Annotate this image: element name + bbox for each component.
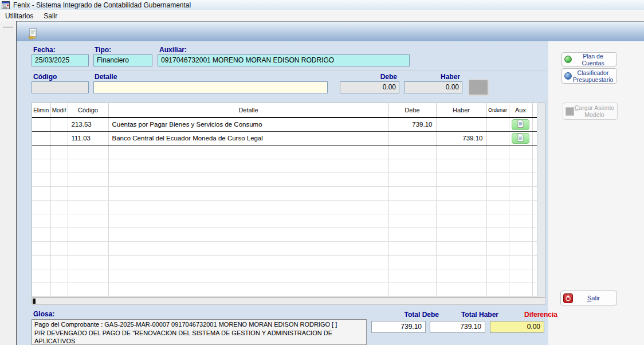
cell-haber	[436, 117, 486, 131]
voucher-tool-button[interactable]	[26, 28, 39, 41]
cell-modif[interactable]	[50, 117, 68, 131]
app-icon	[2, 1, 10, 9]
col-codigo: Código	[68, 103, 108, 117]
auxiliar-label: Auxiliar:	[159, 46, 187, 54]
gray-square-button[interactable]	[468, 79, 489, 96]
app-window: Fenix - Sistema Integrado de Contabilida…	[0, 0, 644, 345]
cell-codigo: 213.53	[68, 117, 108, 131]
cell-elimin[interactable]	[32, 117, 50, 131]
col-debe: Debe	[388, 103, 436, 117]
cell-detalle: Cuentas por Pagar Bienes y Servicios de …	[108, 117, 388, 131]
table-row-empty	[32, 269, 537, 283]
clasificador-presupuestario-button[interactable]: Clasificador Presupuestario	[561, 68, 617, 84]
diferencia-label: Diferencia	[490, 311, 557, 319]
table-row-empty	[32, 159, 537, 172]
menu-bar: Utilitarios Salir	[0, 11, 644, 21]
glosa-textarea[interactable]: Pago del Comprobante : GAS-2025-MAR-0000…	[32, 319, 367, 345]
total-haber-field: 739.10	[430, 321, 485, 333]
col-haber: Haber	[436, 103, 486, 117]
title-bar: Fenix - Sistema Integrado de Contabilida…	[0, 0, 644, 10]
diferencia-field: 0.00	[490, 321, 544, 333]
aux-button[interactable]	[512, 119, 529, 130]
table-row-empty	[32, 200, 537, 214]
entries-grid: Elimin Modif Código Detalle Debe Haber O…	[32, 103, 545, 297]
haber-field[interactable]: 0.00	[404, 81, 462, 93]
panel-grip[interactable]	[3, 26, 13, 28]
cell-codigo: 111.03	[68, 131, 108, 145]
gray-square-icon	[566, 107, 574, 116]
blue-sphere-icon	[564, 72, 572, 80]
total-haber-label: Total Haber	[430, 311, 498, 319]
tipo-label: Tipo:	[95, 46, 111, 54]
fecha-label: Fecha:	[33, 46, 56, 54]
table-row-empty	[32, 172, 537, 186]
codigo-label: Código	[33, 73, 57, 81]
table-row-empty	[32, 214, 537, 228]
cargar-asiento-modelo-button[interactable]: Cargar Asiento Modelo	[563, 103, 618, 120]
power-icon	[563, 293, 573, 303]
table-row-empty	[32, 186, 537, 200]
left-panel-strip	[0, 21, 17, 345]
detalle-label: Detalle	[95, 73, 117, 81]
main-panel: Fecha: Tipo: Auxiliar: 25/03/2025 Financ…	[17, 21, 644, 345]
table-row-empty	[32, 228, 537, 241]
cell-haber: 739.10	[436, 131, 486, 145]
auxiliar-field[interactable]: 0917046732001 MORENO MORAN EDISON RODRIG…	[158, 54, 410, 66]
green-sphere-icon	[564, 56, 572, 63]
cell-aux	[509, 131, 532, 145]
detalle-field[interactable]	[93, 81, 328, 93]
col-stub	[532, 103, 537, 117]
col-elimin: Elimin	[32, 103, 50, 117]
separator-line	[32, 70, 547, 71]
salir-button-label: Salir	[573, 295, 614, 301]
table-row-empty	[32, 283, 537, 296]
table-row-empty	[32, 241, 537, 255]
col-aux: Aux	[509, 103, 532, 117]
fecha-field[interactable]: 25/03/2025	[32, 54, 89, 66]
table-row-empty	[32, 255, 537, 269]
document-lines-icon	[517, 134, 524, 143]
salir-button[interactable]: Salir	[560, 291, 617, 305]
cell-debe: 739.10	[388, 117, 436, 131]
cell-elimin[interactable]	[32, 131, 50, 145]
plan-de-cuentas-button[interactable]: Plan de Cuentas	[561, 52, 617, 66]
col-detalle: Detalle	[108, 103, 388, 117]
total-debe-label: Total Debe	[371, 311, 439, 319]
toolbar-band	[17, 22, 644, 41]
horizontal-scrollbar[interactable]	[32, 297, 545, 305]
debe-field[interactable]: 0.00	[340, 81, 399, 93]
grid-header-row: Elimin Modif Código Detalle Debe Haber O…	[32, 103, 537, 117]
cell-detalle: Banco Central del Ecuador Moneda de Curs…	[108, 131, 388, 145]
document-coins-icon	[27, 33, 38, 41]
cell-ordenar[interactable]	[486, 117, 509, 131]
window-title: Fenix - Sistema Integrado de Contabilida…	[13, 1, 191, 9]
table-row-empty	[32, 145, 537, 159]
codigo-field[interactable]	[32, 81, 89, 93]
col-modif: Modif	[50, 103, 68, 117]
plan-de-cuentas-label: Plan de Cuentas	[572, 53, 614, 66]
clasificador-presupuestario-label: Clasificador Presupuestario	[572, 69, 614, 83]
vertical-scrollbar[interactable]	[537, 103, 545, 297]
cell-debe	[388, 131, 436, 145]
aux-button[interactable]	[512, 133, 529, 144]
scrollbar-thumb[interactable]	[33, 299, 36, 304]
menu-item-salir[interactable]: Salir	[38, 11, 62, 21]
total-debe-field: 739.10	[371, 321, 426, 333]
glosa-label: Glosa:	[33, 310, 54, 318]
cell-modif[interactable]	[50, 131, 68, 145]
document-lines-icon	[517, 120, 524, 130]
table-row[interactable]: 213.53 Cuentas por Pagar Bienes y Servic…	[32, 117, 537, 131]
col-ordenar: Ordenar	[486, 103, 509, 117]
cargar-asiento-modelo-label: Cargar Asiento Modelo	[574, 104, 615, 118]
entries-grid-body: 213.53 Cuentas por Pagar Bienes y Servic…	[32, 117, 537, 296]
table-row[interactable]: 111.03 Banco Central del Ecuador Moneda …	[32, 131, 537, 145]
tipo-field[interactable]: Financiero	[93, 54, 152, 66]
cell-aux	[509, 117, 532, 131]
debe-label: Debe	[340, 73, 397, 81]
haber-label: Haber	[404, 73, 460, 81]
cell-ordenar[interactable]	[486, 131, 509, 145]
menu-item-utilitarios[interactable]: Utilitarios	[0, 11, 38, 21]
